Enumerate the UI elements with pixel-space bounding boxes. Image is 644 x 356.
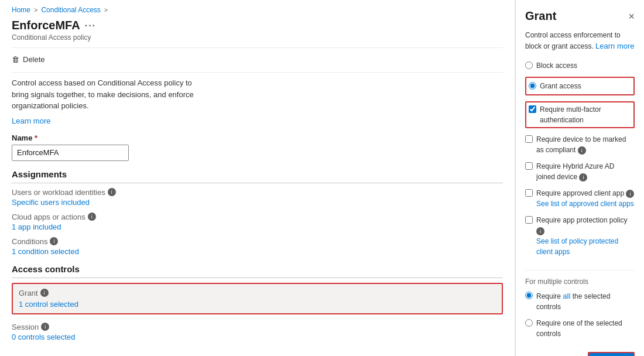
session-box: Session i 0 controls selected	[12, 320, 503, 344]
panel-header: Grant ×	[525, 9, 635, 23]
approved-app-option[interactable]: Require approved client app i See list o…	[525, 188, 635, 209]
app-protection-link[interactable]: See list of policy protected client apps	[536, 236, 635, 257]
action-divider	[12, 72, 503, 73]
panel-learn-more[interactable]: Learn more	[595, 42, 634, 50]
require-all-label: Require all the selected controls	[536, 290, 635, 313]
grant-panel: Grant × Control access enforcement to bl…	[515, 0, 644, 356]
panel-description: Control access enforcement to block or g…	[525, 30, 635, 52]
mfa-label: Require multi-factor authentication	[540, 104, 631, 125]
require-all-link[interactable]: all	[563, 292, 570, 300]
hybrid-label: Require Hybrid Azure AD joined device i	[536, 161, 635, 182]
grant-info-icon[interactable]: i	[40, 289, 49, 297]
compliant-label: Require device to be marked as compliant…	[536, 134, 635, 155]
breadcrumb-sep2: >	[104, 6, 108, 13]
description-learn-more[interactable]: Learn more	[12, 117, 50, 125]
delete-button[interactable]: 🗑 Delete	[12, 53, 45, 66]
block-access-label: Block access	[536, 60, 577, 71]
hybrid-info-icon[interactable]: i	[579, 173, 587, 182]
block-access-radio[interactable]	[525, 61, 533, 69]
page-title: EnforceMFA	[12, 19, 80, 32]
page-subtitle: Conditional Access policy	[12, 33, 503, 42]
require-all-radio[interactable]	[525, 292, 533, 299]
assignments-title: Assignments	[12, 169, 503, 179]
grant-access-label: Grant access	[540, 81, 581, 91]
hybrid-option[interactable]: Require Hybrid Azure AD joined device i	[525, 161, 635, 182]
hybrid-checkbox[interactable]	[525, 162, 533, 170]
session-label: Session i	[12, 323, 503, 331]
approved-app-label: Require approved client app i See list o…	[536, 188, 634, 209]
require-one-option[interactable]: Require one of the selected controls	[525, 318, 635, 339]
cloud-apps-label: Cloud apps or actions i	[12, 213, 503, 221]
for-multiple-label: For multiple controls	[525, 278, 635, 286]
page-title-row: EnforceMFA ···	[12, 19, 503, 32]
app-protection-option[interactable]: Require app protection policy i See list…	[525, 215, 635, 257]
grant-label: Grant i	[19, 289, 496, 297]
name-field-section: Name *	[12, 134, 503, 161]
users-label: Users or workload identities i	[12, 188, 503, 197]
close-button[interactable]: ×	[628, 11, 635, 22]
grant-access-radio[interactable]	[529, 82, 536, 90]
approved-app-info-icon[interactable]: i	[626, 190, 634, 198]
require-one-radio[interactable]	[525, 319, 533, 327]
name-input[interactable]	[12, 145, 129, 161]
app-protection-info-icon[interactable]: i	[536, 227, 544, 235]
name-label: Name *	[12, 134, 503, 142]
grant-access-option[interactable]: Grant access	[526, 80, 633, 93]
require-one-label: Require one of the selected controls	[536, 318, 635, 339]
compliant-info-icon[interactable]: i	[578, 146, 586, 155]
grant-access-box: Grant access	[525, 77, 635, 95]
cloud-apps-info-icon[interactable]: i	[88, 213, 96, 221]
app-protection-checkbox[interactable]	[525, 216, 533, 224]
require-all-option[interactable]: Require all the selected controls	[525, 290, 635, 313]
multiple-controls-divider	[525, 270, 635, 271]
breadcrumb-conditional-access[interactable]: Conditional Access	[41, 6, 100, 14]
users-section: Users or workload identities i Specific …	[12, 188, 503, 207]
ellipsis-menu[interactable]: ···	[85, 20, 96, 31]
access-controls-divider	[12, 278, 503, 278]
users-info-icon[interactable]: i	[108, 188, 116, 196]
app-protection-label: Require app protection policy i See list…	[536, 215, 635, 257]
mfa-checkbox[interactable]	[529, 105, 536, 113]
compliant-checkbox[interactable]	[525, 135, 533, 143]
mfa-option[interactable]: Require multi-factor authentication	[529, 104, 631, 125]
approved-app-link[interactable]: See list of approved client apps	[536, 198, 634, 209]
grant-box[interactable]: Grant i 1 control selected	[12, 283, 503, 314]
delete-label: Delete	[23, 55, 45, 64]
compliant-option[interactable]: Require device to be marked as compliant…	[525, 134, 635, 155]
access-controls-section: Access controls Grant i 1 control select…	[12, 264, 503, 344]
mfa-box: Require multi-factor authentication	[525, 101, 635, 128]
panel-title: Grant	[525, 9, 556, 23]
conditions-label: Conditions i	[12, 237, 503, 246]
conditions-info-icon[interactable]: i	[50, 237, 58, 245]
cloud-apps-value[interactable]: 1 app included	[12, 222, 61, 231]
conditions-section: Conditions i 1 condition selected	[12, 237, 503, 256]
trash-icon: 🗑	[12, 55, 19, 64]
panel-footer: Select	[525, 345, 635, 356]
breadcrumb-home[interactable]: Home	[12, 6, 30, 14]
users-value[interactable]: Specific users included	[12, 198, 90, 207]
breadcrumb: Home > Conditional Access >	[12, 6, 503, 14]
session-value[interactable]: 0 controls selected	[12, 333, 75, 341]
left-panel: Home > Conditional Access > EnforceMFA ·…	[0, 0, 515, 356]
description-text: Control access based on Conditional Acce…	[12, 77, 199, 112]
title-divider	[12, 47, 503, 48]
breadcrumb-sep1: >	[34, 6, 37, 13]
block-access-option[interactable]: Block access	[525, 60, 635, 71]
assignments-divider	[12, 183, 503, 183]
approved-app-checkbox[interactable]	[525, 189, 533, 197]
access-controls-title: Access controls	[12, 264, 503, 274]
conditions-value[interactable]: 1 condition selected	[12, 247, 79, 256]
cloud-apps-section: Cloud apps or actions i 1 app included	[12, 213, 503, 231]
select-button[interactable]: Select	[588, 352, 635, 356]
session-info-icon[interactable]: i	[41, 323, 49, 331]
grant-value[interactable]: 1 control selected	[19, 300, 78, 309]
